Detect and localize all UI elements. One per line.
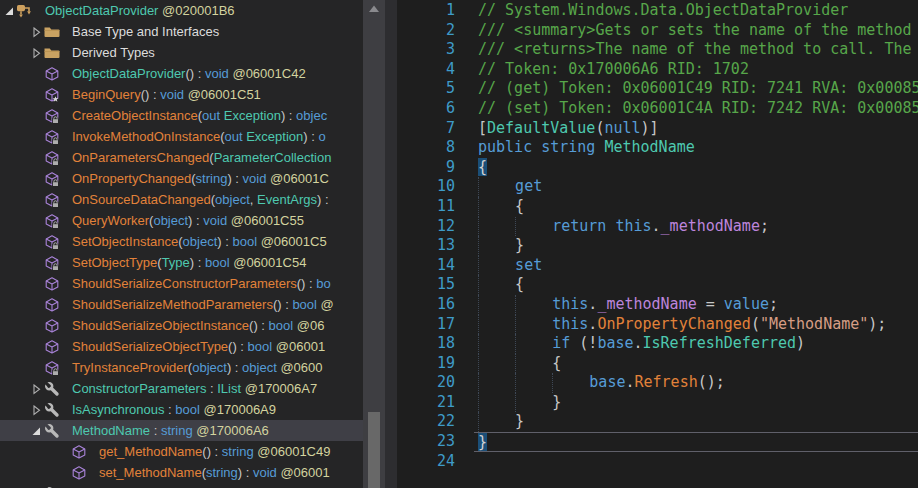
expander-collapsed-icon[interactable]: [29, 45, 43, 61]
method-icon: [43, 339, 61, 355]
code-line-text: this._methodName = value;: [478, 295, 918, 315]
tree-scrollbar-thumb[interactable]: [368, 412, 380, 488]
code-line[interactable]: 8public string MethodName: [397, 138, 918, 158]
indent-guide: [515, 354, 552, 374]
expander-spacer: [29, 255, 43, 271]
code-line[interactable]: 24: [397, 452, 918, 472]
code-line[interactable]: 18if (!base.IsRefreshDeferred): [397, 334, 918, 354]
tree-scrollbar[interactable]: [363, 0, 385, 488]
tree-item[interactable]: OnParametersChanged(ParameterCollection: [0, 147, 363, 168]
code-line[interactable]: 11{: [397, 197, 918, 217]
method-icon: [43, 276, 61, 292]
code-line[interactable]: 16this._methodName = value;: [397, 295, 918, 315]
line-number: 1: [405, 1, 455, 21]
tree-item[interactable]: Derived Types: [0, 42, 363, 63]
expander-spacer: [56, 444, 70, 460]
code-line[interactable]: 12return this._methodName;: [397, 217, 918, 237]
expander-expanded-icon[interactable]: [29, 423, 43, 439]
tree-item[interactable]: IsAsynchronous : bool @170006A9: [0, 399, 363, 420]
indent-guide: [515, 393, 552, 413]
method-lock-icon: [43, 213, 61, 229]
scrollbar-up-button[interactable]: [363, 0, 385, 18]
tree-item[interactable]: TryInstanceProvider(object) : object @06…: [0, 357, 363, 378]
tree-item[interactable]: ShouldSerializeObjectType() : bool @0600…: [0, 336, 363, 357]
tree-item[interactable]: InvokeMethodOnInstance(out Exception) : …: [0, 126, 363, 147]
line-number: 4: [405, 60, 455, 80]
tree-item-label: BeginQuery() : void @06001C51: [72, 87, 261, 102]
indent-guide: [478, 354, 515, 374]
code-line[interactable]: 17this.OnPropertyChanged("MethodName");: [397, 315, 918, 335]
tree-item[interactable]: ObjectDataProvider() : void @06001C42: [0, 63, 363, 84]
code-line-text: {: [478, 197, 918, 217]
code-line-current[interactable]: 23}: [397, 432, 918, 452]
tree-item-label: QueryWorker(object) : void @06001C55: [72, 213, 304, 228]
tree-item[interactable]: ObjectDataProvider @020001B6: [0, 0, 363, 21]
tree-item-label: OnParametersChanged(ParameterCollection: [72, 150, 331, 165]
expander-collapsed-icon[interactable]: [29, 381, 43, 397]
expander-collapsed-icon[interactable]: [29, 24, 43, 40]
tree-item-label: ConstructorParameters : IList @170006A7: [72, 381, 317, 396]
code-editor[interactable]: 1// System.Windows.Data.ObjectDataProvid…: [397, 0, 918, 488]
code-line[interactable]: 5// (get) Token: 0x06001C49 RID: 7241 RV…: [397, 79, 918, 99]
tree-item-label: ObjectDataProvider @020001B6: [45, 3, 235, 18]
code-line-text: {: [478, 354, 918, 374]
code-line[interactable]: 7[DefaultValue(null)]: [397, 119, 918, 139]
tree-item[interactable]: SetObjectType(Type) : bool @06001C54: [0, 252, 363, 273]
code-line[interactable]: 20base.Refresh();: [397, 373, 918, 393]
tree-item[interactable]: [0, 483, 363, 488]
code-line[interactable]: 6// (set) Token: 0x06001C4A RID: 7242 RV…: [397, 99, 918, 119]
indent-guide: [478, 217, 515, 237]
code-line[interactable]: 10get: [397, 177, 918, 197]
tree-item-label: SetObjectInstance(object) : bool @06001C…: [72, 234, 327, 249]
code-line[interactable]: 9{: [397, 158, 918, 178]
tree-item[interactable]: CreateObjectInstance(out Exception) : ob…: [0, 105, 363, 126]
tree-item[interactable]: OnSourceDataChanged(object, EventArgs) :: [0, 189, 363, 210]
line-number: 9: [405, 158, 455, 178]
code-line[interactable]: 4// Token: 0x170006A6 RID: 1702: [397, 60, 918, 80]
tree-item-label: ShouldSerializeObjectInstance() : bool @…: [72, 318, 324, 333]
indent-guide: [478, 334, 515, 354]
line-number: 10: [405, 177, 455, 197]
code-line[interactable]: 15{: [397, 275, 918, 295]
code-line[interactable]: 19{: [397, 354, 918, 374]
code-line[interactable]: 2/// <summary>Gets or sets the name of t…: [397, 21, 918, 41]
tree-item[interactable]: ConstructorParameters : IList @170006A7: [0, 378, 363, 399]
tree-item[interactable]: Base Type and Interfaces: [0, 21, 363, 42]
expander-spacer: [29, 276, 43, 292]
tree-item[interactable]: MethodName : string @170006A6: [0, 420, 363, 441]
tree-item[interactable]: ShouldSerializeObjectInstance() : bool @…: [0, 315, 363, 336]
expander-spacer: [29, 234, 43, 250]
tree-item[interactable]: ShouldSerializeConstructorParameters() :…: [0, 273, 363, 294]
tree-item[interactable]: get_MethodName() : string @06001C49: [0, 441, 363, 462]
code-line[interactable]: 13}: [397, 236, 918, 256]
code-line-text: // (get) Token: 0x06001C49 RID: 7241 RVA…: [478, 79, 918, 99]
tree-item[interactable]: SetObjectInstance(object) : bool @06001C…: [0, 231, 363, 252]
tree-item[interactable]: set_MethodName(string) : void @06001: [0, 462, 363, 483]
tree-item[interactable]: OnPropertyChanged(string) : void @06001C: [0, 168, 363, 189]
code-line-text: // (set) Token: 0x06001C4A RID: 7242 RVA…: [478, 99, 918, 119]
code-line[interactable]: 21}: [397, 393, 918, 413]
code-line-text: if (!base.IsRefreshDeferred): [478, 334, 918, 354]
tree-item[interactable]: ShouldSerializeMethodParameters() : bool…: [0, 294, 363, 315]
code-line[interactable]: 22}: [397, 412, 918, 432]
indent-guide: [478, 295, 515, 315]
code-line-text: // System.Windows.Data.ObjectDataProvide…: [478, 1, 918, 21]
expander-expanded-icon[interactable]: [2, 3, 16, 19]
code-line[interactable]: 1// System.Windows.Data.ObjectDataProvid…: [397, 1, 918, 21]
expander-collapsed-icon[interactable]: [29, 402, 43, 418]
pane-splitter[interactable]: [385, 0, 397, 488]
tree-item-label: set_MethodName(string) : void @06001: [99, 465, 330, 480]
method-star-icon: [43, 87, 61, 103]
tree-item-label: OnPropertyChanged(string) : void @06001C: [72, 171, 329, 186]
tree-item[interactable]: BeginQuery() : void @06001C51: [0, 84, 363, 105]
line-number: 15: [405, 275, 455, 295]
line-number: 19: [405, 354, 455, 374]
code-line[interactable]: 3/// <returns>The name of the method to …: [397, 40, 918, 60]
code-line[interactable]: 14set: [397, 256, 918, 276]
code-line-text: [DefaultValue(null)]: [478, 119, 918, 139]
method-icon: [70, 465, 88, 481]
line-number: 12: [405, 217, 455, 237]
method-lock-icon: [43, 255, 61, 271]
tree-item[interactable]: QueryWorker(object) : void @06001C55: [0, 210, 363, 231]
line-number: 13: [405, 236, 455, 256]
